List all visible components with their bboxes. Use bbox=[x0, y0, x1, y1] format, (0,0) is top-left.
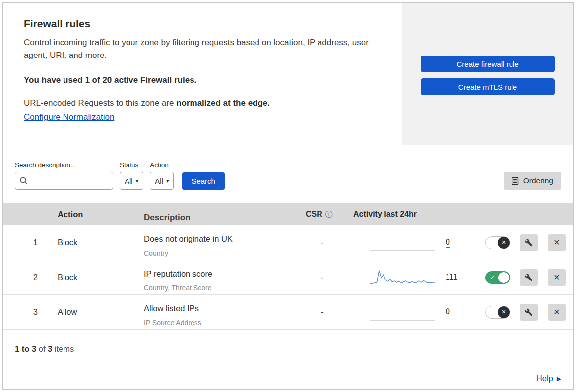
header-csr: CSR ⓘ bbox=[298, 210, 347, 219]
rule-activity-cell: 111 bbox=[347, 268, 479, 287]
activity-sparkline bbox=[370, 302, 435, 322]
rule-controls: ✓ ✕ ✕ bbox=[479, 269, 573, 286]
rule-action: Block bbox=[48, 273, 134, 282]
action-field: Action All ▾ bbox=[150, 161, 174, 190]
status-label: Status bbox=[120, 161, 143, 168]
rule-criteria: Country, Threat Score bbox=[144, 281, 298, 294]
chevron-down-icon: ▾ bbox=[166, 178, 169, 184]
search-icon bbox=[19, 176, 28, 185]
table-header-row: Action Description CSR ⓘ Activity last 2… bbox=[3, 203, 573, 225]
toggle-knob: ✕ bbox=[498, 237, 510, 249]
rule-csr-value: - bbox=[298, 273, 347, 282]
search-input-wrapper bbox=[15, 172, 113, 190]
table-body: 1 Block Does not originate in UK Country… bbox=[3, 225, 573, 330]
activity-count-link[interactable]: 0 bbox=[446, 238, 450, 248]
configure-normalization-link[interactable]: Configure Normalization bbox=[24, 112, 114, 122]
header-csr-label: CSR bbox=[306, 210, 322, 219]
header-activity: Activity last 24hr bbox=[347, 210, 479, 219]
pagination-of: of bbox=[39, 344, 46, 353]
close-icon: ✕ bbox=[553, 307, 560, 317]
table-row: 1 Block Does not originate in UK Country… bbox=[3, 225, 573, 260]
table-row: 3 Allow Allow listed IPs IP Source Addre… bbox=[3, 295, 573, 330]
activity-sparkline bbox=[370, 233, 435, 253]
delete-rule-button[interactable]: ✕ bbox=[548, 269, 566, 286]
delete-rule-button[interactable]: ✕ bbox=[548, 304, 566, 321]
page-header: Firewall rules Control incoming traffic … bbox=[3, 3, 573, 145]
page-title: Firewall rules bbox=[24, 18, 387, 30]
help-arrow-icon: ▶ bbox=[557, 375, 561, 382]
firewall-rules-page: Firewall rules Control incoming traffic … bbox=[2, 2, 574, 390]
pagination-range: 1 to 3 bbox=[15, 344, 36, 353]
action-dropdown-value: All bbox=[155, 177, 163, 185]
normalization-bold: normalized at the edge. bbox=[176, 98, 270, 108]
pagination-total: 3 bbox=[48, 344, 52, 353]
help-label: Help bbox=[536, 374, 553, 383]
page-description: Control incoming traffic to your zone by… bbox=[24, 36, 387, 62]
rule-description-cell: Allow listed IPs IP Source Address bbox=[134, 302, 298, 329]
rule-csr-value: - bbox=[298, 238, 347, 247]
status-dropdown[interactable]: All ▾ bbox=[120, 172, 143, 190]
rule-enabled-toggle[interactable]: ✓ ✕ bbox=[485, 306, 510, 319]
rule-priority: 3 bbox=[3, 308, 48, 317]
close-icon: ✕ bbox=[553, 273, 560, 282]
rule-csr-value: - bbox=[298, 308, 347, 317]
rule-controls: ✓ ✕ ✕ bbox=[479, 304, 573, 321]
rule-action: Allow bbox=[48, 307, 134, 317]
normalization-prefix: URL-encoded Requests to this zone are bbox=[24, 98, 176, 108]
wrench-icon bbox=[525, 308, 533, 316]
actions-panel: Create firewall rule Create mTLS rule bbox=[402, 3, 573, 145]
chevron-down-icon: ▾ bbox=[136, 178, 139, 184]
status-field: Status All ▾ bbox=[120, 161, 143, 190]
edit-rule-button[interactable] bbox=[520, 234, 538, 251]
search-button[interactable]: Search bbox=[182, 172, 225, 190]
rule-enabled-toggle[interactable]: ✓ ✕ bbox=[485, 271, 510, 284]
status-dropdown-value: All bbox=[125, 177, 133, 185]
rule-description-cell: Does not originate in UK Country bbox=[134, 232, 298, 260]
activity-count-link[interactable]: 0 bbox=[446, 307, 450, 317]
create-firewall-rule-button[interactable]: Create firewall rule bbox=[421, 56, 555, 72]
rule-criteria: IP Source Address bbox=[144, 316, 298, 329]
help-link[interactable]: Help ▶ bbox=[536, 374, 561, 383]
rule-description: Does not originate in UK bbox=[144, 232, 298, 245]
pagination-summary: 1 to 3 of 3 items bbox=[3, 330, 573, 368]
rule-activity-cell: 0 bbox=[347, 233, 479, 253]
table-row: 2 Block IP reputation score Country, Thr… bbox=[3, 260, 573, 295]
wrench-icon bbox=[525, 239, 533, 247]
rule-controls: ✓ ✕ ✕ bbox=[479, 234, 573, 251]
x-icon: ✕ bbox=[501, 239, 506, 246]
x-icon: ✕ bbox=[501, 309, 506, 315]
action-dropdown[interactable]: All ▾ bbox=[150, 172, 174, 190]
rule-enabled-toggle[interactable]: ✓ ✕ bbox=[485, 236, 510, 249]
rule-description-cell: IP reputation score Country, Threat Scor… bbox=[134, 267, 298, 294]
filter-bar: Search description... Status All ▾ Actio… bbox=[3, 145, 573, 203]
toggle-knob: ✕ bbox=[498, 272, 509, 283]
wrench-icon bbox=[525, 274, 533, 281]
rule-priority: 2 bbox=[3, 273, 48, 282]
delete-rule-button[interactable]: ✕ bbox=[548, 234, 566, 251]
check-icon: ✓ bbox=[490, 274, 495, 281]
search-label: Search description... bbox=[15, 161, 113, 168]
help-bar: Help ▶ bbox=[3, 368, 573, 389]
pagination-items: items bbox=[55, 344, 74, 353]
search-field: Search description... bbox=[15, 161, 113, 190]
info-icon[interactable]: ⓘ bbox=[325, 210, 333, 219]
ordering-button[interactable]: Ordering bbox=[504, 172, 561, 190]
header-action: Action bbox=[48, 210, 134, 219]
search-input[interactable] bbox=[15, 172, 113, 190]
action-label: Action bbox=[150, 161, 174, 168]
ordering-icon bbox=[512, 177, 519, 185]
rule-criteria: Country bbox=[144, 247, 298, 260]
edit-rule-button[interactable] bbox=[520, 269, 538, 286]
header-content: Firewall rules Control incoming traffic … bbox=[3, 3, 402, 145]
activity-count-link[interactable]: 111 bbox=[446, 273, 457, 282]
usage-note: You have used 1 of 20 active Firewall ru… bbox=[24, 75, 387, 85]
toggle-knob: ✕ bbox=[498, 306, 510, 318]
rule-activity-cell: 0 bbox=[347, 302, 479, 322]
rule-priority: 1 bbox=[3, 238, 48, 247]
rule-description: Allow listed IPs bbox=[144, 302, 298, 315]
ordering-label: Ordering bbox=[523, 176, 553, 185]
create-mtls-rule-button[interactable]: Create mTLS rule bbox=[421, 78, 555, 95]
close-icon: ✕ bbox=[553, 238, 560, 247]
rule-action: Block bbox=[48, 238, 134, 247]
edit-rule-button[interactable] bbox=[520, 304, 538, 321]
